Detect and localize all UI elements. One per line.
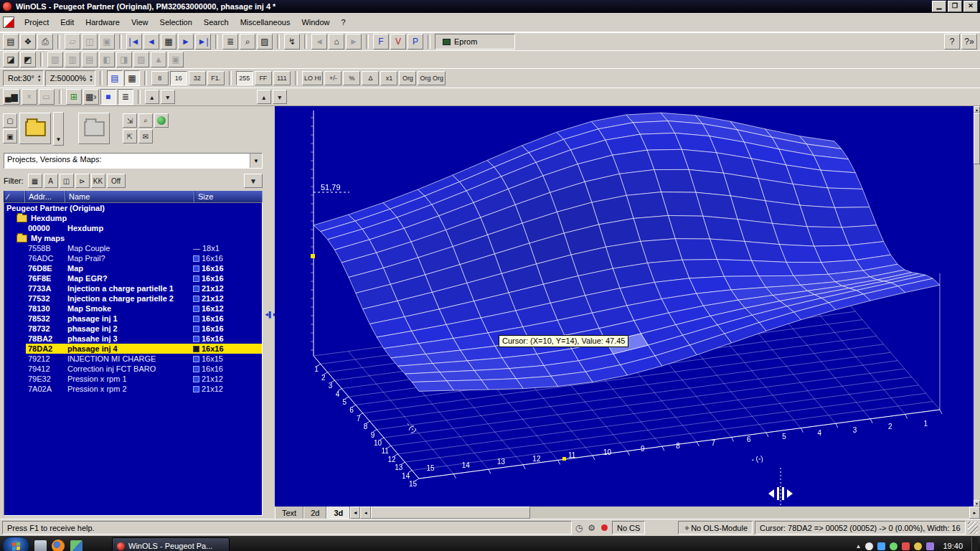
child-window-icon[interactable] <box>3 17 14 28</box>
scroll-right-icon[interactable]: ► <box>969 507 980 519</box>
scroll-left-button[interactable]: ▴ <box>145 90 159 104</box>
back-button[interactable]: ◄ <box>311 34 327 50</box>
map-row-76D8E[interactable]: 76D8EMap16x16 <box>4 263 262 273</box>
search-file-button[interactable]: ⌕ <box>138 113 153 128</box>
factor-view-button[interactable]: F <box>373 34 389 50</box>
map-row-78732[interactable]: 78732phasage inj 216x16 <box>4 324 262 334</box>
context-help-button[interactable]: ?» <box>961 34 977 50</box>
map-tool-5-button[interactable]: ◨ <box>116 52 132 67</box>
menu-window[interactable]: Window <box>296 16 335 29</box>
print-button[interactable]: ⎙ <box>37 34 53 50</box>
pane-down-button[interactable]: ▾ <box>273 90 287 104</box>
tray-icon-4[interactable] <box>902 542 910 550</box>
maps-tree[interactable]: Peugeot Partner (Original)Hexdump00000He… <box>4 202 263 516</box>
mode-org-button[interactable]: Org <box>399 71 416 85</box>
maximize-button[interactable]: ❐ <box>948 1 962 12</box>
scroll-left-icon[interactable]: ◄ <box>360 507 371 519</box>
column-sort[interactable]: ∕ <box>4 191 25 202</box>
spinner-arrows-icon[interactable]: ▲▼ <box>37 74 42 83</box>
map-tool-1-button[interactable]: ▧ <box>47 52 63 67</box>
tray-icon-3[interactable] <box>890 542 897 550</box>
rotation-spinner[interactable]: Rot:30° ▲▼ <box>3 70 44 86</box>
quicklaunch-app-icon[interactable] <box>33 539 47 551</box>
map-row-78DA2[interactable]: 78DA2phasage inj 416x16 <box>4 344 262 354</box>
map-row-79412[interactable]: 79412Correction inj FCT BARO16x16 <box>4 364 262 374</box>
chart-window-button[interactable]: ▄▆ <box>3 89 20 105</box>
vertical-scrollbar[interactable]: ▲ ▼ <box>974 106 980 507</box>
filter-off-button[interactable]: Off <box>107 174 126 188</box>
tray-icon-2[interactable] <box>877 542 885 550</box>
map-row-78130[interactable]: 78130Map Smoke16x12 <box>4 303 262 314</box>
map-row-78BA2[interactable]: 78BA2phasahe inj 316x16 <box>4 334 262 344</box>
map-tool-2-button[interactable]: ▥ <box>65 52 80 67</box>
mode-orgorg-button[interactable]: Org Org <box>418 71 446 85</box>
map-unpack-button[interactable]: ◩ <box>20 52 36 67</box>
filter-folder-button[interactable]: ⊳ <box>75 174 90 188</box>
filter-window-button[interactable]: ◫ <box>60 174 74 188</box>
display-111-button[interactable]: 111 <box>273 71 291 85</box>
tray-icon-1[interactable] <box>865 542 873 550</box>
fill-mode-button[interactable]: ■ <box>100 89 116 105</box>
map-pack-button[interactable]: ◪ <box>3 52 19 67</box>
menu-selection[interactable]: Selection <box>154 16 198 29</box>
menu-hardware[interactable]: Hardware <box>80 16 126 29</box>
value-view-button[interactable]: V <box>390 34 406 50</box>
horizontal-scroll-thumb[interactable] <box>371 507 530 519</box>
next-map-button[interactable]: ► <box>178 34 194 50</box>
filter-kk-button[interactable]: KK <box>91 174 105 188</box>
autosync-button[interactable]: ↯ <box>284 34 300 50</box>
map-list-button[interactable]: ▦ <box>161 34 176 50</box>
window-tool-button[interactable]: ▭ <box>39 89 55 105</box>
filter-text-button[interactable]: A <box>44 174 58 188</box>
pane-up-button[interactable]: ▴ <box>257 90 271 104</box>
menu-project[interactable]: Project <box>19 16 55 29</box>
copy-button[interactable]: ◫ <box>82 34 98 50</box>
map-row-79E32[interactable]: 79E32Pression x rpm 121x12 <box>4 374 262 384</box>
panel-menu-button[interactable]: ▼ <box>244 174 263 188</box>
forward-button[interactable]: ► <box>346 34 362 50</box>
menu-edit[interactable]: Edit <box>55 16 80 29</box>
tab-scroll-left-icon[interactable]: ◄ <box>350 507 360 519</box>
edit-map-button[interactable]: ▨ <box>257 34 273 50</box>
vertical-scroll-thumb[interactable] <box>974 113 980 164</box>
map-3d-view[interactable]: Cursor: (X=10, Y=14), Value: 47.45 ▲ ▼ T… <box>275 106 980 519</box>
map-row-78532[interactable]: 78532phasage inj 116x16 <box>4 314 262 324</box>
project-versions-button[interactable] <box>78 113 110 144</box>
previous-map-button[interactable]: ◄ <box>143 34 159 50</box>
memory-area-selector[interactable]: Eprom <box>435 34 515 50</box>
map-row-79212[interactable]: 79212INJECTION MI CHARGE16x15 <box>4 354 262 364</box>
bitwidth-16-button[interactable]: 16 <box>170 71 187 85</box>
bitwidth-32-button[interactable]: 32 <box>189 71 206 85</box>
bitwidth-f1-button[interactable]: F1. <box>207 71 225 85</box>
tray-expand-icon[interactable]: ▲ <box>856 543 862 550</box>
view-2d-button[interactable]: ▤ <box>107 70 123 86</box>
save-project-button[interactable]: ▣ <box>3 129 17 143</box>
close-window-button[interactable]: × <box>22 89 37 105</box>
panel-splitter[interactable]: ◄▌► <box>266 106 275 519</box>
mode--button[interactable]: Δ <box>362 71 379 85</box>
menu-search[interactable]: Search <box>198 16 235 29</box>
mode--button[interactable]: +/- <box>324 71 341 85</box>
tab-text[interactable]: Text <box>275 507 303 519</box>
zoom-spinner[interactable]: Z:50000% ▲▼ <box>45 70 95 86</box>
online-search-button[interactable] <box>154 113 169 128</box>
map-tool-4-button[interactable]: ◧ <box>99 52 115 67</box>
display-ff-button[interactable]: FF <box>255 71 272 85</box>
surface-plot-canvas[interactable] <box>275 106 980 507</box>
list-view-button[interactable]: ≣ <box>222 34 238 50</box>
map-export-button[interactable]: ▦› <box>83 89 99 105</box>
map-tool-7-button[interactable]: ▲ <box>151 52 166 67</box>
column-addr[interactable]: Addr... <box>25 191 65 202</box>
tree-mode-combo[interactable]: Projects, Versions & Maps: ▼ <box>4 153 263 169</box>
mode--button[interactable]: % <box>343 71 360 85</box>
paste-button[interactable]: ▣ <box>99 34 115 50</box>
mode-x1-button[interactable]: x1 <box>380 71 397 85</box>
splitter-arrows-icon[interactable]: ◄▌► <box>266 306 275 323</box>
view-3d-button[interactable]: ▦ <box>124 70 140 86</box>
zoom-map-button[interactable]: ⌕ <box>240 34 255 50</box>
display-255-button[interactable]: 255 <box>236 71 253 85</box>
tab-3d[interactable]: 3d <box>326 507 350 519</box>
map-row-76ADC[interactable]: 76ADCMap Prail?16x16 <box>4 253 262 263</box>
help-button[interactable]: ? <box>944 34 960 50</box>
menu-miscellaneous[interactable]: Miscellaneous <box>235 16 296 29</box>
